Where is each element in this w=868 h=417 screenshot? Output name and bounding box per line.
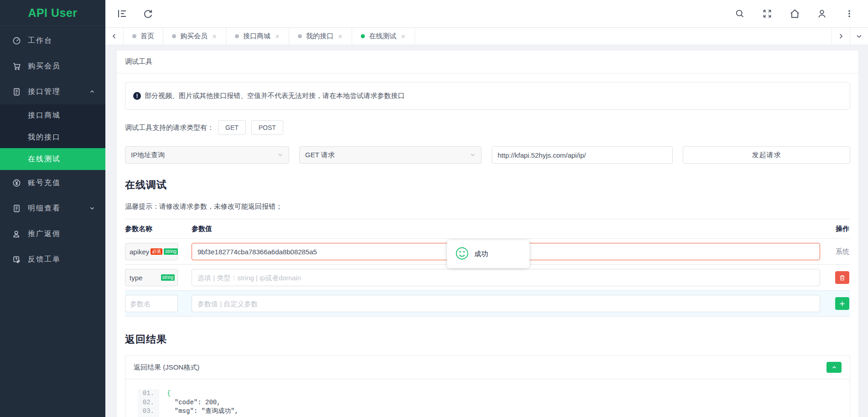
referral-icon — [12, 230, 21, 238]
tab-status-dot — [361, 34, 365, 38]
param-row-custom — [125, 291, 850, 317]
smiley-success-icon — [455, 247, 469, 262]
tab-my-apis[interactable]: 我的接口 — [289, 28, 352, 45]
chevron-down-icon — [277, 151, 283, 159]
tab-buy-membership[interactable]: 购买会员 — [163, 28, 226, 45]
collapse-sidebar-icon[interactable] — [116, 8, 128, 20]
sidebar-item-api-management[interactable]: 接口管理 — [0, 79, 105, 104]
sidebar-item-online-test[interactable]: 在线测试 — [0, 148, 105, 170]
type-value-input[interactable] — [192, 269, 820, 286]
post-type-button[interactable]: POST — [251, 120, 283, 135]
cart-icon — [12, 62, 21, 71]
url-input[interactable] — [492, 146, 673, 164]
content-area: 调试工具 ! 部分视频、图片或其他接口报错、空值并不代表无法对接，请在本地尝试请… — [105, 45, 868, 417]
method-select[interactable]: GET 请求 — [299, 146, 482, 164]
code-line: 02. "code": 200, — [138, 398, 842, 407]
sidebar-subitem-label: 我的接口 — [28, 133, 61, 142]
tab-home[interactable]: 首页 — [124, 28, 163, 45]
delete-param-button[interactable] — [835, 271, 849, 284]
tab-online-test[interactable]: 在线测试 — [352, 28, 415, 45]
add-param-button[interactable] — [835, 297, 849, 310]
main-column: 首页 购买会员 接口商城 我的接口 — [105, 0, 868, 417]
close-icon[interactable] — [212, 34, 217, 39]
sidebar-item-label: 工作台 — [28, 36, 95, 46]
topbar — [105, 0, 868, 27]
sidebar-subitem-label: 在线测试 — [28, 154, 61, 164]
header-action: 操作 — [820, 225, 850, 233]
param-name: type — [130, 274, 160, 282]
sidebar-item-label: 购买会员 — [28, 62, 95, 71]
tab-label: 我的接口 — [306, 32, 333, 41]
search-icon[interactable] — [734, 8, 746, 20]
api-select[interactable]: IP地址查询 — [125, 146, 289, 164]
success-toast: 成功 — [447, 240, 530, 268]
api-select-value: IP地址查询 — [131, 151, 165, 160]
sidebar-nav: 工作台 购买会员 接口管理 接口商城 — [0, 26, 105, 272]
request-controls-row: IP地址查询 GET 请求 发起请求 — [125, 146, 850, 164]
dashboard-icon — [12, 36, 21, 45]
get-type-button[interactable]: GET — [218, 120, 246, 135]
request-types-row: 调试工具支持的请求类型有： GET POST — [125, 120, 850, 135]
custom-param-value-input[interactable] — [192, 295, 820, 312]
chevron-down-icon — [89, 205, 95, 211]
sidebar: API User 工作台 购买会员 接口管理 — [0, 0, 105, 417]
sidebar-item-recharge[interactable]: 账号充值 — [0, 170, 105, 196]
code-line: 03. "msg": "查询成功", — [138, 407, 842, 416]
fullscreen-icon[interactable] — [761, 8, 773, 20]
send-request-button[interactable]: 发起请求 — [683, 146, 850, 164]
sidebar-item-referral[interactable]: 推广返佣 — [0, 221, 105, 247]
more-menu-icon[interactable] — [843, 8, 855, 20]
app-logo-text: API User — [28, 6, 77, 20]
refresh-icon[interactable] — [142, 8, 154, 20]
tabs-scroll-left-button[interactable] — [105, 28, 124, 45]
header-param-name: 参数名称 — [125, 225, 178, 233]
tab-status-dot — [235, 34, 239, 38]
custom-param-name-input[interactable] — [125, 295, 178, 312]
home-icon[interactable] — [789, 8, 800, 20]
sidebar-item-feedback[interactable]: 反馈工单 — [0, 247, 105, 272]
tab-label: 首页 — [140, 32, 154, 41]
online-debug-heading: 在线调试 — [125, 178, 850, 192]
sidebar-item-buy-membership[interactable]: 购买会员 — [0, 53, 105, 79]
result-panel: 返回结果 (JSON格式) 01.{ 02. "code": 200, 03. … — [125, 355, 850, 417]
sidebar-item-details[interactable]: 明细查看 — [0, 196, 105, 221]
sidebar-item-label: 账号充值 — [28, 178, 95, 188]
close-icon[interactable] — [400, 34, 406, 39]
tab-label: 接口商城 — [243, 32, 270, 41]
param-name-box: type string — [125, 269, 178, 286]
tabs-scroll-right-button[interactable] — [832, 28, 850, 45]
document-icon — [12, 88, 21, 96]
tab-api-market[interactable]: 接口商城 — [226, 28, 289, 45]
param-name-box: apikey 必填 string — [125, 243, 178, 260]
sidebar-item-label: 明细查看 — [28, 204, 89, 213]
chevron-down-icon — [470, 151, 476, 159]
required-tag: 必填 — [151, 248, 162, 255]
method-select-value: GET 请求 — [305, 151, 335, 160]
close-icon[interactable] — [338, 34, 343, 39]
param-table-header: 参数名称 参数值 操作 — [125, 219, 850, 239]
online-debug-tip: 温馨提示：请修改请求参数，未修改可能返回报错； — [125, 202, 850, 211]
json-result-code: 01.{ 02. "code": 200, 03. "msg": "查询成功",… — [138, 389, 842, 417]
sidebar-subitem-label: 接口商城 — [28, 111, 61, 120]
tab-label: 在线测试 — [369, 32, 396, 41]
user-icon[interactable] — [816, 8, 828, 20]
close-icon[interactable] — [275, 34, 280, 39]
debug-tool-card: 调试工具 ! 部分视频、图片或其他接口报错、空值并不代表无法对接，请在本地尝试请… — [116, 50, 859, 417]
card-title: 调试工具 — [117, 51, 858, 73]
tabs-dropdown-button[interactable] — [850, 28, 868, 45]
sidebar-submenu-api: 接口商城 我的接口 在线测试 — [0, 104, 105, 170]
param-name: apikey — [130, 248, 149, 256]
alert-text: 部分视频、图片或其他接口报错、空值并不代表无法对接，请在本地尝试请求参数接口 — [145, 92, 405, 100]
type-tag: string — [161, 274, 175, 281]
alert-exclamation-icon: ! — [133, 92, 141, 100]
chevron-up-icon — [89, 88, 95, 95]
app-logo: API User — [0, 0, 105, 26]
collapse-result-button[interactable] — [826, 362, 842, 373]
param-table: 参数名称 参数值 操作 apikey 必填 string — [125, 219, 850, 317]
tab-status-dot — [132, 34, 136, 38]
sidebar-item-api-market[interactable]: 接口商城 — [0, 104, 105, 126]
sidebar-item-my-apis[interactable]: 我的接口 — [0, 126, 105, 148]
result-heading: 返回结果 — [125, 333, 850, 346]
sidebar-item-workbench[interactable]: 工作台 — [0, 28, 105, 53]
sidebar-item-label: 反馈工单 — [28, 255, 95, 264]
